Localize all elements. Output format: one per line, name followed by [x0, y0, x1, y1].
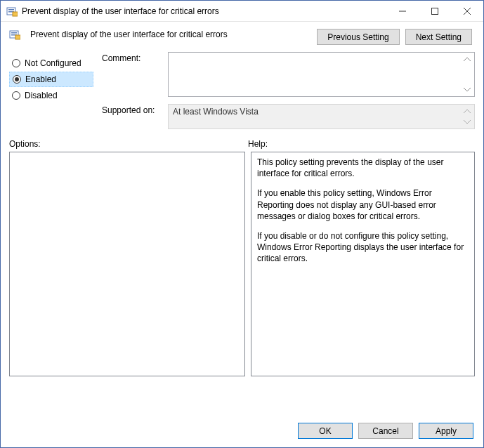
lower-section: This policy setting prevents the display…: [1, 152, 483, 416]
comment-input[interactable]: [168, 52, 475, 97]
svg-rect-1: [8, 9, 14, 11]
chevron-down-icon[interactable]: [462, 116, 473, 127]
supported-on-label: Supported on:: [102, 104, 162, 129]
footer: OK Cancel Apply: [1, 416, 483, 447]
chevron-down-icon[interactable]: [462, 84, 473, 95]
window-title: Prevent display of the user interface fo…: [22, 6, 386, 16]
svg-rect-9: [11, 32, 17, 34]
chevron-up-icon[interactable]: [462, 54, 473, 65]
config-section: Not Configured Enabled Disabled Comment:: [1, 49, 483, 129]
cancel-button[interactable]: Cancel: [358, 423, 413, 439]
radio-icon: [12, 59, 20, 67]
ok-button[interactable]: OK: [298, 423, 353, 439]
radio-label: Not Configured: [25, 58, 81, 68]
help-label: Help:: [248, 139, 268, 149]
radio-icon: [13, 75, 21, 84]
radio-label: Disabled: [25, 91, 58, 100]
radio-enabled[interactable]: Enabled: [9, 72, 93, 87]
window-controls: [386, 1, 483, 21]
previous-setting-button[interactable]: Previous Setting: [317, 29, 399, 45]
svg-rect-5: [432, 8, 438, 14]
radio-icon: [12, 91, 20, 100]
policy-icon: [9, 29, 20, 40]
help-box[interactable]: This policy setting prevents the display…: [251, 152, 475, 376]
policy-title: Prevent display of the user interface fo…: [30, 29, 228, 39]
next-setting-button[interactable]: Next Setting: [405, 29, 472, 45]
state-radio-group: Not Configured Enabled Disabled: [9, 52, 93, 129]
radio-disabled[interactable]: Disabled: [9, 88, 93, 103]
titlebar: Prevent display of the user interface fo…: [1, 1, 483, 22]
options-box[interactable]: [9, 152, 245, 376]
supported-on-value: At least Windows Vista: [173, 107, 259, 117]
svg-rect-11: [15, 35, 20, 39]
help-paragraph: This policy setting prevents the display…: [257, 157, 469, 179]
header-row: Prevent display of the user interface fo…: [1, 22, 483, 49]
dialog-window: Prevent display of the user interface fo…: [0, 0, 484, 448]
policy-icon: [6, 6, 18, 17]
help-paragraph: If you disable or do not configure this …: [257, 230, 469, 265]
supported-on-box: At least Windows Vista: [168, 104, 475, 129]
svg-rect-3: [13, 12, 18, 16]
close-button[interactable]: [451, 1, 483, 21]
help-paragraph: If you enable this policy setting, Windo…: [257, 187, 469, 222]
radio-label: Enabled: [25, 74, 56, 84]
radio-not-configured[interactable]: Not Configured: [9, 55, 93, 71]
minimize-button[interactable]: [386, 1, 419, 21]
options-label: Options:: [9, 139, 248, 149]
comment-label: Comment:: [102, 52, 162, 97]
maximize-button[interactable]: [419, 1, 451, 21]
apply-button[interactable]: Apply: [419, 423, 473, 439]
lower-labels: Options: Help:: [1, 129, 483, 152]
